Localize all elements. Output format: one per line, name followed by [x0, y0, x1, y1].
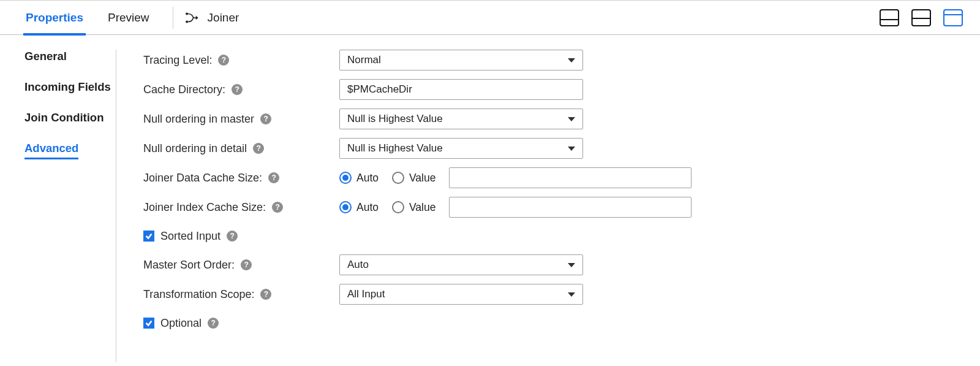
- radio-dot-icon: [339, 201, 352, 213]
- radio-dot-icon: [392, 201, 404, 213]
- help-icon[interactable]: ?: [260, 113, 271, 124]
- header-divider: [173, 7, 173, 29]
- help-icon[interactable]: ?: [232, 84, 243, 95]
- chevron-down-icon: [568, 147, 575, 151]
- help-icon[interactable]: ?: [253, 143, 264, 154]
- help-icon[interactable]: ?: [227, 231, 238, 242]
- label-master-sort-order: Master Sort Order:: [143, 259, 235, 272]
- chevron-down-icon: [568, 58, 575, 63]
- row-joiner-index-cache: Joiner Index Cache Size: ? Auto Value: [143, 197, 956, 218]
- chevron-down-icon: [568, 117, 575, 121]
- label-joiner-index-cache: Joiner Index Cache Size:: [143, 201, 266, 214]
- chevron-down-icon: [568, 263, 575, 267]
- label-tracing-level: Tracing Level:: [143, 54, 212, 67]
- radio-label: Auto: [356, 172, 379, 185]
- row-cache-directory: Cache Directory: ?: [143, 79, 956, 100]
- select-null-ordering-detail[interactable]: Null is Highest Value: [339, 138, 583, 159]
- select-master-sort-order[interactable]: Auto: [339, 254, 583, 275]
- sidebar-item-general[interactable]: General: [24, 50, 67, 63]
- select-transformation-scope[interactable]: All Input: [339, 284, 583, 305]
- sidebar-item-join-condition[interactable]: Join Condition: [24, 111, 104, 124]
- tab-preview[interactable]: Preview: [107, 1, 151, 35]
- row-sorted-input: Sorted Input ?: [143, 226, 956, 246]
- input-cache-directory[interactable]: [339, 79, 583, 100]
- label-optional: Optional: [160, 317, 202, 330]
- select-null-ordering-master-value: Null is Highest Value: [347, 113, 443, 125]
- input-data-cache-value[interactable]: [449, 167, 692, 188]
- radio-index-cache-auto[interactable]: Auto: [339, 201, 379, 214]
- sidebar-item-label: Join Condition: [24, 111, 104, 124]
- joiner-icon: [184, 10, 200, 26]
- label-cache-directory: Cache Directory:: [143, 83, 225, 96]
- radio-label: Value: [409, 201, 435, 214]
- check-icon: [145, 319, 153, 327]
- help-icon[interactable]: ?: [208, 318, 219, 329]
- transformation-title: Joiner: [184, 10, 239, 26]
- row-master-sort-order: Master Sort Order: ? Auto: [143, 254, 956, 275]
- input-index-cache-value[interactable]: [449, 197, 692, 218]
- label-null-ordering-detail: Null ordering in detail: [143, 142, 247, 155]
- help-icon[interactable]: ?: [272, 202, 283, 213]
- sidebar-item-advanced[interactable]: Advanced: [24, 142, 78, 159]
- layout-controls: [880, 9, 963, 26]
- row-optional: Optional ?: [143, 313, 956, 333]
- select-null-ordering-master[interactable]: Null is Highest Value: [339, 109, 583, 129]
- transformation-name: Joiner: [208, 11, 239, 25]
- label-null-ordering-master: Null ordering in master: [143, 113, 254, 126]
- tab-properties-label: Properties: [26, 11, 83, 25]
- tab-properties[interactable]: Properties: [24, 1, 85, 35]
- help-icon[interactable]: ?: [241, 259, 252, 270]
- help-icon[interactable]: ?: [260, 289, 271, 300]
- checkbox-sorted-input[interactable]: [143, 231, 154, 242]
- select-tracing-level-value: Normal: [347, 54, 381, 66]
- label-sorted-input: Sorted Input: [160, 230, 221, 243]
- radio-dot-icon: [339, 172, 352, 184]
- check-icon: [145, 232, 153, 240]
- section-sidebar: General Incoming Fields Join Condition A…: [0, 50, 116, 362]
- panel-body: General Incoming Fields Join Condition A…: [0, 35, 980, 362]
- panel-header: Properties Preview Joiner: [0, 1, 980, 35]
- select-tracing-level[interactable]: Normal: [339, 50, 583, 71]
- advanced-form: Tracing Level: ? Normal Cache Directory:…: [116, 50, 980, 362]
- radio-label: Value: [409, 172, 435, 185]
- row-transformation-scope: Transformation Scope: ? All Input: [143, 284, 956, 305]
- help-icon[interactable]: ?: [218, 55, 229, 66]
- radio-data-cache-auto[interactable]: Auto: [339, 172, 379, 185]
- properties-panel: Properties Preview Joiner: [0, 0, 980, 362]
- radio-data-cache-value[interactable]: Value: [392, 172, 435, 185]
- layout-bottom-panel-button[interactable]: [880, 9, 899, 26]
- tab-preview-label: Preview: [108, 11, 149, 25]
- label-transformation-scope: Transformation Scope:: [143, 288, 254, 301]
- svg-point-1: [186, 20, 188, 23]
- sidebar-item-label: Incoming Fields: [24, 80, 111, 93]
- svg-point-0: [186, 12, 188, 15]
- layout-maximize-button[interactable]: [943, 9, 963, 26]
- select-transformation-scope-value: All Input: [347, 288, 385, 300]
- radio-index-cache-value[interactable]: Value: [392, 201, 435, 214]
- layout-split-half-button[interactable]: [911, 9, 931, 26]
- radio-dot-icon: [392, 172, 404, 184]
- label-joiner-data-cache: Joiner Data Cache Size:: [143, 172, 262, 185]
- row-null-ordering-master: Null ordering in master ? Null is Highes…: [143, 109, 956, 129]
- row-joiner-data-cache: Joiner Data Cache Size: ? Auto Value: [143, 167, 956, 188]
- sidebar-item-label: Advanced: [24, 142, 78, 159]
- sidebar-item-label: General: [24, 50, 67, 63]
- select-null-ordering-detail-value: Null is Highest Value: [347, 142, 443, 154]
- chevron-down-icon: [568, 292, 575, 297]
- select-master-sort-order-value: Auto: [347, 259, 369, 271]
- row-null-ordering-detail: Null ordering in detail ? Null is Highes…: [143, 138, 956, 159]
- radio-label: Auto: [356, 201, 379, 214]
- row-tracing-level: Tracing Level: ? Normal: [143, 50, 956, 71]
- sidebar-item-incoming-fields[interactable]: Incoming Fields: [24, 80, 111, 94]
- help-icon[interactable]: ?: [268, 172, 279, 183]
- checkbox-optional[interactable]: [143, 318, 154, 329]
